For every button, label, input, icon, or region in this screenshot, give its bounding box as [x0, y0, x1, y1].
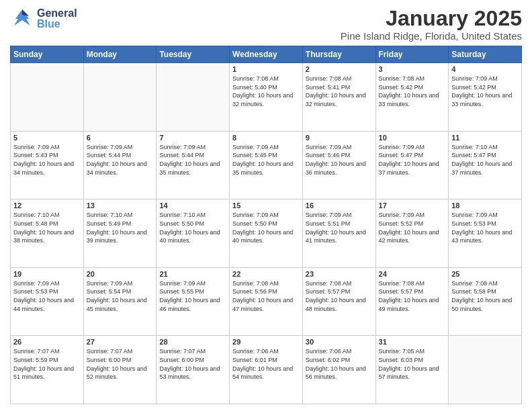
table-row: 26Sunrise: 7:07 AMSunset: 5:59 PMDayligh… — [11, 336, 84, 404]
table-row: 5Sunrise: 7:09 AMSunset: 5:43 PMDaylight… — [11, 131, 84, 199]
day-number: 29 — [232, 338, 300, 346]
day-info: Sunrise: 7:06 AMSunset: 6:02 PMDaylight:… — [306, 347, 373, 381]
day-info: Sunrise: 7:08 AMSunset: 5:57 PMDaylight:… — [306, 279, 373, 313]
day-number: 23 — [306, 270, 373, 278]
table-row: 6Sunrise: 7:09 AMSunset: 5:44 PMDaylight… — [83, 131, 157, 199]
table-row: 18Sunrise: 7:09 AMSunset: 5:53 PMDayligh… — [449, 199, 522, 268]
day-number: 4 — [451, 65, 519, 73]
day-info: Sunrise: 7:09 AMSunset: 5:42 PMDaylight:… — [451, 75, 519, 108]
day-info: Sunrise: 7:09 AMSunset: 5:53 PMDaylight:… — [451, 211, 519, 244]
table-row: 11Sunrise: 7:10 AMSunset: 5:47 PMDayligh… — [449, 131, 522, 199]
calendar-week-row: 5Sunrise: 7:09 AMSunset: 5:43 PMDaylight… — [11, 131, 522, 199]
day-info: Sunrise: 7:09 AMSunset: 5:50 PMDaylight:… — [232, 211, 300, 244]
table-row — [83, 63, 157, 132]
day-info: Sunrise: 7:09 AMSunset: 5:55 PMDaylight:… — [159, 279, 226, 313]
table-row: 13Sunrise: 7:10 AMSunset: 5:49 PMDayligh… — [83, 199, 157, 268]
day-info: Sunrise: 7:06 AMSunset: 6:01 PMDaylight:… — [232, 347, 300, 381]
table-row: 19Sunrise: 7:09 AMSunset: 5:53 PMDayligh… — [11, 267, 84, 336]
table-row — [157, 63, 230, 132]
day-info: Sunrise: 7:09 AMSunset: 5:47 PMDaylight:… — [379, 143, 446, 177]
day-number: 2 — [306, 65, 373, 73]
day-info: Sunrise: 7:09 AMSunset: 5:52 PMDaylight:… — [379, 211, 446, 244]
day-info: Sunrise: 7:08 AMSunset: 5:40 PMDaylight:… — [232, 75, 300, 108]
table-row: 8Sunrise: 7:09 AMSunset: 5:45 PMDaylight… — [230, 131, 303, 199]
calendar-week-row: 12Sunrise: 7:10 AMSunset: 5:48 PMDayligh… — [11, 199, 522, 268]
day-number: 10 — [379, 134, 446, 142]
day-info: Sunrise: 7:09 AMSunset: 5:44 PMDaylight:… — [159, 143, 226, 177]
table-row: 17Sunrise: 7:09 AMSunset: 5:52 PMDayligh… — [375, 199, 449, 268]
day-info: Sunrise: 7:09 AMSunset: 5:45 PMDaylight:… — [232, 143, 300, 177]
day-info: Sunrise: 7:08 AMSunset: 5:56 PMDaylight:… — [232, 279, 300, 313]
day-info: Sunrise: 7:09 AMSunset: 5:51 PMDaylight:… — [306, 211, 373, 244]
table-row — [11, 63, 84, 132]
table-row: 12Sunrise: 7:10 AMSunset: 5:48 PMDayligh… — [11, 199, 84, 268]
day-info: Sunrise: 7:10 AMSunset: 5:48 PMDaylight:… — [13, 211, 81, 244]
month-title: January 2025 — [341, 7, 522, 30]
day-info: Sunrise: 7:09 AMSunset: 5:53 PMDaylight:… — [13, 279, 81, 313]
calendar-week-row: 19Sunrise: 7:09 AMSunset: 5:53 PMDayligh… — [11, 267, 522, 336]
day-number: 20 — [87, 270, 154, 278]
day-number: 25 — [451, 270, 519, 278]
day-info: Sunrise: 7:09 AMSunset: 5:44 PMDaylight:… — [87, 143, 154, 177]
day-info: Sunrise: 7:08 AMSunset: 5:42 PMDaylight:… — [379, 75, 446, 108]
table-row: 16Sunrise: 7:09 AMSunset: 5:51 PMDayligh… — [302, 199, 375, 268]
table-row: 22Sunrise: 7:08 AMSunset: 5:56 PMDayligh… — [230, 267, 303, 336]
day-info: Sunrise: 7:07 AMSunset: 6:00 PMDaylight:… — [159, 347, 226, 381]
calendar-week-row: 1Sunrise: 7:08 AMSunset: 5:40 PMDaylight… — [11, 63, 522, 132]
table-row: 1Sunrise: 7:08 AMSunset: 5:40 PMDaylight… — [230, 63, 303, 132]
day-number: 9 — [306, 134, 373, 142]
weekday-header-row: Sunday Monday Tuesday Wednesday Thursday… — [11, 46, 522, 63]
table-row: 21Sunrise: 7:09 AMSunset: 5:55 PMDayligh… — [157, 267, 230, 336]
table-row: 28Sunrise: 7:07 AMSunset: 6:00 PMDayligh… — [157, 336, 230, 404]
table-row: 20Sunrise: 7:09 AMSunset: 5:54 PMDayligh… — [83, 267, 157, 336]
table-row: 14Sunrise: 7:10 AMSunset: 5:50 PMDayligh… — [157, 199, 230, 268]
logo-general-text: General — [37, 8, 77, 19]
table-row: 25Sunrise: 7:08 AMSunset: 5:58 PMDayligh… — [449, 267, 522, 336]
table-row: 4Sunrise: 7:09 AMSunset: 5:42 PMDaylight… — [449, 63, 522, 132]
day-info: Sunrise: 7:10 AMSunset: 5:47 PMDaylight:… — [451, 143, 519, 177]
table-row: 3Sunrise: 7:08 AMSunset: 5:42 PMDaylight… — [375, 63, 449, 132]
logo-text: General Blue — [37, 8, 77, 30]
day-info: Sunrise: 7:07 AMSunset: 6:00 PMDaylight:… — [87, 347, 154, 381]
day-number: 14 — [159, 201, 226, 210]
day-number: 17 — [379, 201, 446, 210]
day-info: Sunrise: 7:09 AMSunset: 5:46 PMDaylight:… — [306, 143, 373, 177]
table-row: 7Sunrise: 7:09 AMSunset: 5:44 PMDaylight… — [157, 131, 230, 199]
calendar-week-row: 26Sunrise: 7:07 AMSunset: 5:59 PMDayligh… — [11, 336, 522, 404]
table-row: 24Sunrise: 7:08 AMSunset: 5:57 PMDayligh… — [375, 267, 449, 336]
day-info: Sunrise: 7:09 AMSunset: 5:43 PMDaylight:… — [13, 143, 81, 177]
day-number: 30 — [306, 338, 373, 346]
table-row: 27Sunrise: 7:07 AMSunset: 6:00 PMDayligh… — [83, 336, 157, 404]
day-info: Sunrise: 7:07 AMSunset: 5:59 PMDaylight:… — [13, 347, 81, 381]
header: General Blue January 2025 Pine Island Ri… — [10, 7, 522, 42]
table-row: 23Sunrise: 7:08 AMSunset: 5:57 PMDayligh… — [302, 267, 375, 336]
header-wednesday: Wednesday — [230, 46, 303, 63]
day-number: 16 — [306, 201, 373, 210]
day-number: 7 — [159, 134, 226, 142]
day-number: 13 — [87, 201, 154, 210]
day-info: Sunrise: 7:08 AMSunset: 5:41 PMDaylight:… — [306, 75, 373, 108]
day-number: 5 — [13, 134, 81, 142]
day-info: Sunrise: 7:05 AMSunset: 6:03 PMDaylight:… — [379, 347, 446, 381]
header-sunday: Sunday — [11, 46, 84, 63]
day-number: 24 — [379, 270, 446, 278]
day-number: 15 — [232, 201, 300, 210]
day-number: 1 — [232, 65, 300, 73]
day-info: Sunrise: 7:09 AMSunset: 5:54 PMDaylight:… — [87, 279, 154, 313]
table-row: 2Sunrise: 7:08 AMSunset: 5:41 PMDaylight… — [302, 63, 375, 132]
logo-icon — [10, 7, 34, 31]
day-number: 12 — [13, 201, 81, 210]
day-number: 6 — [87, 134, 154, 142]
logo-blue-text: Blue — [37, 19, 77, 30]
day-number: 18 — [451, 201, 519, 210]
table-row: 31Sunrise: 7:05 AMSunset: 6:03 PMDayligh… — [375, 336, 449, 404]
day-number: 28 — [159, 338, 226, 346]
day-info: Sunrise: 7:10 AMSunset: 5:50 PMDaylight:… — [159, 211, 226, 244]
table-row: 29Sunrise: 7:06 AMSunset: 6:01 PMDayligh… — [230, 336, 303, 404]
header-monday: Monday — [83, 46, 157, 63]
day-number: 22 — [232, 270, 300, 278]
header-saturday: Saturday — [449, 46, 522, 63]
day-info: Sunrise: 7:10 AMSunset: 5:49 PMDaylight:… — [87, 211, 154, 244]
day-number: 26 — [13, 338, 81, 346]
title-block: January 2025 Pine Island Ridge, Florida,… — [341, 7, 522, 42]
